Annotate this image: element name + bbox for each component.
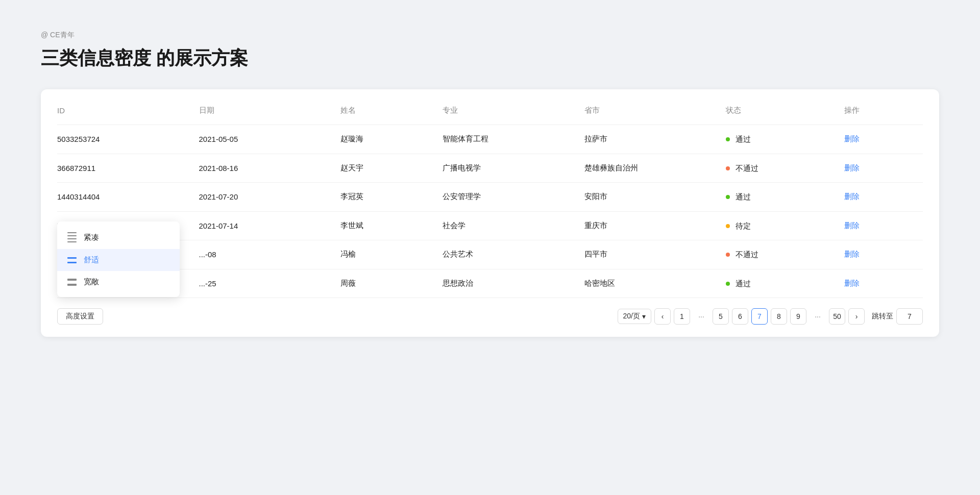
cell-status: 不通过 bbox=[726, 154, 844, 183]
cell-major: 智能体育工程 bbox=[443, 125, 584, 154]
status-dot bbox=[726, 166, 730, 170]
table-footer: 高度设置 紧凑 舒适 bbox=[57, 308, 923, 325]
cell-date: 2021-07-14 bbox=[199, 211, 341, 240]
cell-action: 删除 bbox=[844, 154, 923, 183]
cell-id: 366872911 bbox=[57, 154, 199, 183]
delete-link[interactable]: 删除 bbox=[844, 134, 860, 143]
cell-name: 赵璇海 bbox=[340, 125, 443, 154]
table-row: 7146858667 2021-07-14 李世斌 社会学 重庆市 待定 删除 bbox=[57, 211, 923, 240]
delete-link[interactable]: 删除 bbox=[844, 163, 860, 172]
cell-status: 不通过 bbox=[726, 240, 844, 269]
delete-link[interactable]: 删除 bbox=[844, 221, 860, 230]
delete-link[interactable]: 删除 bbox=[844, 250, 860, 258]
cell-id: 1440314404 bbox=[57, 183, 199, 212]
col-header-id: ID bbox=[57, 106, 199, 125]
cell-major: 社会学 bbox=[443, 211, 584, 240]
spacious-icon bbox=[67, 278, 77, 287]
cell-action: 删除 bbox=[844, 269, 923, 298]
col-header-date: 日期 bbox=[199, 106, 341, 125]
status-dot bbox=[726, 137, 730, 141]
at-label: @ CE青年 bbox=[41, 31, 939, 40]
density-option-spacious[interactable]: 宽敞 bbox=[57, 271, 180, 293]
chevron-down-icon: ▾ bbox=[642, 312, 646, 320]
compact-icon bbox=[67, 232, 77, 243]
density-option-comfortable[interactable]: 舒适 bbox=[57, 249, 180, 271]
delete-link[interactable]: 删除 bbox=[844, 279, 860, 287]
page-btn-50[interactable]: 50 bbox=[829, 308, 845, 325]
prev-page-button[interactable]: ‹ bbox=[654, 308, 671, 325]
page-size-value: 20/页 bbox=[623, 312, 640, 321]
pagination: 20/页 ▾ ‹ 1 ··· 5 6 7 8 9 ··· 50 › 跳转至 bbox=[618, 308, 923, 325]
table-row: 28... ...-25 周薇 思想政治 哈密地区 通过 删除 bbox=[57, 269, 923, 298]
compact-label: 紧凑 bbox=[84, 233, 99, 242]
data-table: ID 日期 姓名 专业 省市 状态 操作 5033253724 2021-05-… bbox=[57, 106, 923, 298]
cell-major: 广播电视学 bbox=[443, 154, 584, 183]
status-text: 不通过 bbox=[736, 163, 758, 172]
col-header-status: 状态 bbox=[726, 106, 844, 125]
cell-major: 公共艺术 bbox=[443, 240, 584, 269]
page-btn-7[interactable]: 7 bbox=[751, 308, 768, 325]
cell-date: ...-25 bbox=[199, 269, 341, 298]
status-dot bbox=[726, 195, 730, 199]
main-card: ID 日期 姓名 专业 省市 状态 操作 5033253724 2021-05-… bbox=[41, 89, 939, 337]
page-btn-9[interactable]: 9 bbox=[790, 308, 806, 325]
cell-city: 安阳市 bbox=[584, 183, 726, 212]
col-header-action: 操作 bbox=[844, 106, 923, 125]
cell-city: 哈密地区 bbox=[584, 269, 726, 298]
cell-city: 楚雄彝族自治州 bbox=[584, 154, 726, 183]
cell-name: 李世斌 bbox=[340, 211, 443, 240]
cell-action: 删除 bbox=[844, 183, 923, 212]
cell-action: 删除 bbox=[844, 211, 923, 240]
col-header-city: 省市 bbox=[584, 106, 726, 125]
comfortable-label: 舒适 bbox=[84, 255, 99, 265]
col-header-major: 专业 bbox=[443, 106, 584, 125]
status-text: 待定 bbox=[736, 221, 751, 230]
status-dot bbox=[726, 253, 730, 257]
page-title: 三类信息密度 的展示方案 bbox=[41, 46, 939, 71]
status-text: 通过 bbox=[736, 192, 751, 201]
cell-city: 重庆市 bbox=[584, 211, 726, 240]
height-setting-button[interactable]: 高度设置 bbox=[57, 308, 103, 325]
spacious-label: 宽敞 bbox=[84, 277, 99, 287]
cell-date: 2021-05-05 bbox=[199, 125, 341, 154]
cell-status: 通过 bbox=[726, 125, 844, 154]
table-row: 87... ...-08 冯榆 公共艺术 四平市 不通过 删除 bbox=[57, 240, 923, 269]
status-dot bbox=[726, 282, 730, 286]
status-text: 通过 bbox=[736, 135, 751, 143]
jump-input[interactable] bbox=[896, 308, 923, 325]
jump-label: 跳转至 bbox=[872, 312, 893, 321]
cell-name: 李冠英 bbox=[340, 183, 443, 212]
page-btn-8[interactable]: 8 bbox=[771, 308, 787, 325]
table-row: 1440314404 2021-07-20 李冠英 公安管理学 安阳市 通过 删… bbox=[57, 183, 923, 212]
cell-city: 拉萨市 bbox=[584, 125, 726, 154]
cell-action: 删除 bbox=[844, 240, 923, 269]
cell-status: 待定 bbox=[726, 211, 844, 240]
table-row: 5033253724 2021-05-05 赵璇海 智能体育工程 拉萨市 通过 … bbox=[57, 125, 923, 154]
page-btn-6[interactable]: 6 bbox=[732, 308, 748, 325]
density-dropdown: 紧凑 舒适 宽敞 bbox=[57, 221, 180, 297]
ellipsis-right: ··· bbox=[810, 308, 826, 325]
cell-date: 2021-08-16 bbox=[199, 154, 341, 183]
status-text: 通过 bbox=[736, 279, 751, 287]
comfortable-icon bbox=[67, 256, 77, 264]
table-row: 366872911 2021-08-16 赵天宇 广播电视学 楚雄彝族自治州 不… bbox=[57, 154, 923, 183]
cell-name: 赵天宇 bbox=[340, 154, 443, 183]
cell-major: 思想政治 bbox=[443, 269, 584, 298]
cell-name: 周薇 bbox=[340, 269, 443, 298]
cell-date: 2021-07-20 bbox=[199, 183, 341, 212]
cell-major: 公安管理学 bbox=[443, 183, 584, 212]
delete-link[interactable]: 删除 bbox=[844, 192, 860, 201]
ellipsis-left: ··· bbox=[693, 308, 709, 325]
cell-status: 通过 bbox=[726, 183, 844, 212]
cell-city: 四平市 bbox=[584, 240, 726, 269]
page-size-select[interactable]: 20/页 ▾ bbox=[618, 309, 651, 324]
page-btn-5[interactable]: 5 bbox=[713, 308, 729, 325]
page-btn-1[interactable]: 1 bbox=[674, 308, 690, 325]
cell-name: 冯榆 bbox=[340, 240, 443, 269]
next-page-button[interactable]: › bbox=[848, 308, 865, 325]
cell-status: 通过 bbox=[726, 269, 844, 298]
cell-date: ...-08 bbox=[199, 240, 341, 269]
cell-action: 删除 bbox=[844, 125, 923, 154]
col-header-name: 姓名 bbox=[340, 106, 443, 125]
density-option-compact[interactable]: 紧凑 bbox=[57, 226, 180, 249]
